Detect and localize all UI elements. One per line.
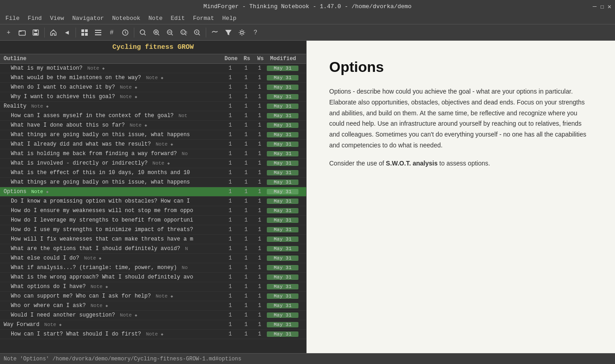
- table-row[interactable]: Options Note ◆111May 31: [0, 187, 306, 197]
- row-done: 1: [221, 160, 239, 166]
- table-row[interactable]: How do I ensure my weaknesses will not s…: [0, 206, 306, 216]
- row-text: How do I use my strengths to minimize im…: [0, 227, 221, 233]
- table-row[interactable]: What things are going badly on this issu…: [0, 178, 306, 187]
- table-row[interactable]: How will I fix weaknesses that can make …: [0, 235, 306, 244]
- table-row[interactable]: What things are going badly on this issu…: [0, 130, 306, 140]
- row-modified: May 31: [267, 180, 298, 185]
- row-ws: 1: [253, 170, 266, 176]
- outline-body[interactable]: What is my motivation? Note ◆111May 31Wh…: [0, 64, 306, 353]
- titlebar: MindForger - Thinking Notebook - 1.47.0 …: [0, 0, 615, 13]
- menu-navigator[interactable]: Navigator: [69, 14, 108, 23]
- svg-point-13: [140, 30, 145, 34]
- table-row[interactable]: What options do I have? Note ◆111May 31: [0, 282, 306, 292]
- menu-edit[interactable]: Edit: [167, 14, 189, 23]
- row-note: Note: [88, 303, 106, 308]
- menu-note[interactable]: Note: [145, 14, 166, 23]
- table-row[interactable]: What I already did and what was the resu…: [0, 140, 306, 149]
- row-done: 1: [221, 189, 239, 195]
- row-done: 1: [221, 198, 239, 204]
- row-done: 1: [221, 132, 239, 138]
- table-row[interactable]: How do I leverage my strengths to benefi…: [0, 216, 306, 225]
- table-row[interactable]: Reality Note ◆111May 31: [0, 102, 306, 111]
- zoom-reset-button[interactable]: 1:1: [178, 27, 189, 38]
- table-row[interactable]: What if analysis...? (triangle: time, po…: [0, 263, 306, 273]
- zoom-out-button[interactable]: [164, 27, 176, 38]
- row-rs: 1: [239, 151, 253, 157]
- home-button[interactable]: [47, 27, 59, 38]
- table-row[interactable]: Do I know a promissing option with obsta…: [0, 197, 306, 206]
- grid-view-button[interactable]: [79, 27, 90, 38]
- row-note: Not: [175, 113, 187, 118]
- table-row[interactable]: Why I want to achieve this goal? Note ◆1…: [0, 92, 306, 102]
- list-view-button[interactable]: [92, 27, 104, 38]
- table-row[interactable]: How do I use my strengths to minimize im…: [0, 225, 306, 235]
- outline-panel: Cycling fitness GROW Outline Done Rs Ws …: [0, 41, 307, 353]
- row-note: Note: [149, 161, 167, 166]
- menu-view[interactable]: View: [46, 14, 67, 23]
- table-row[interactable]: What would be the milestones on the way?…: [0, 73, 306, 83]
- table-row[interactable]: What is involved - directly or indirectl…: [0, 159, 306, 168]
- row-text: What is the effect of this in 10 days, 1…: [0, 170, 221, 176]
- titlebar-controls[interactable]: — ☐ ✕: [593, 3, 611, 10]
- row-rs: 1: [239, 84, 253, 90]
- table-row[interactable]: How can I start? What should I do first?…: [0, 330, 306, 339]
- table-row[interactable]: What are the options that I should defin…: [0, 244, 306, 254]
- close-button[interactable]: ✕: [608, 3, 611, 10]
- save-button[interactable]: [30, 27, 42, 38]
- row-done: 1: [221, 113, 239, 119]
- table-row[interactable]: How can I asses myself in the context of…: [0, 111, 306, 121]
- row-note: Note: [143, 75, 161, 80]
- zoom-in-button[interactable]: [151, 27, 162, 38]
- row-rs: 1: [239, 246, 253, 252]
- menu-format[interactable]: Format: [189, 14, 218, 23]
- filter-button[interactable]: [222, 27, 234, 38]
- zoom-full-button[interactable]: [191, 27, 203, 38]
- row-modified: May 31: [267, 227, 298, 232]
- new-button[interactable]: +: [3, 27, 14, 38]
- table-row[interactable]: Way Forward Note ◆111May 31: [0, 320, 306, 330]
- row-done: 1: [221, 227, 239, 233]
- table-row[interactable]: What is the wrong approach? What I shoul…: [0, 273, 306, 282]
- table-row[interactable]: What is my motivation? Note ◆111May 31: [0, 64, 306, 73]
- back-button[interactable]: ◀: [61, 27, 73, 38]
- recent-button[interactable]: [119, 27, 131, 38]
- row-modified: May 31: [267, 113, 298, 118]
- menu-notebook[interactable]: Notebook: [109, 14, 144, 23]
- neural-button[interactable]: [209, 27, 221, 38]
- row-done: 1: [221, 331, 239, 337]
- menu-find[interactable]: Find: [24, 14, 45, 23]
- help-button[interactable]: ?: [250, 27, 261, 38]
- table-row[interactable]: Who can support me? Who can I ask for he…: [0, 292, 306, 301]
- configure-button[interactable]: [236, 27, 248, 38]
- table-row[interactable]: Would I need another suggestion? Note ◆1…: [0, 311, 306, 320]
- row-modified: May 31: [267, 246, 298, 251]
- row-diamond-icon: ◆: [59, 323, 62, 327]
- row-done: 1: [221, 103, 239, 109]
- row-done: 1: [221, 84, 239, 90]
- row-text: What things are going badly on this issu…: [0, 179, 221, 185]
- row-ws: 1: [253, 189, 266, 195]
- row-rs: 1: [239, 265, 253, 271]
- menu-help[interactable]: Help: [219, 14, 240, 23]
- row-ws: 1: [253, 122, 266, 128]
- maximize-button[interactable]: ☐: [600, 3, 604, 10]
- row-modified: May 31: [267, 236, 298, 242]
- table-row[interactable]: When do I want to achieve it by? Note ◆1…: [0, 83, 306, 92]
- menu-file[interactable]: File: [2, 14, 23, 23]
- row-diamond-icon: ◆: [99, 256, 101, 261]
- minimize-button[interactable]: —: [593, 3, 596, 10]
- row-modified: May 31: [267, 85, 298, 90]
- open-button[interactable]: [16, 27, 28, 38]
- row-done: 1: [221, 75, 239, 81]
- row-ws: 1: [253, 65, 266, 71]
- svg-point-30: [241, 31, 243, 34]
- table-row[interactable]: What is the effect of this in 10 days, 1…: [0, 168, 306, 178]
- row-done: 1: [221, 236, 239, 242]
- table-row[interactable]: What else could I do? Note ◆111May 31: [0, 254, 306, 263]
- tags-button[interactable]: #: [106, 27, 118, 38]
- zoom-fit-button[interactable]: [137, 27, 149, 38]
- table-row[interactable]: What have I done about this so far? Note…: [0, 121, 306, 130]
- table-row[interactable]: Who or where can I ask? Note ◆111May 31: [0, 301, 306, 311]
- row-text: Reality Note ◆: [0, 103, 221, 109]
- table-row[interactable]: What is holding me back from finding a w…: [0, 149, 306, 159]
